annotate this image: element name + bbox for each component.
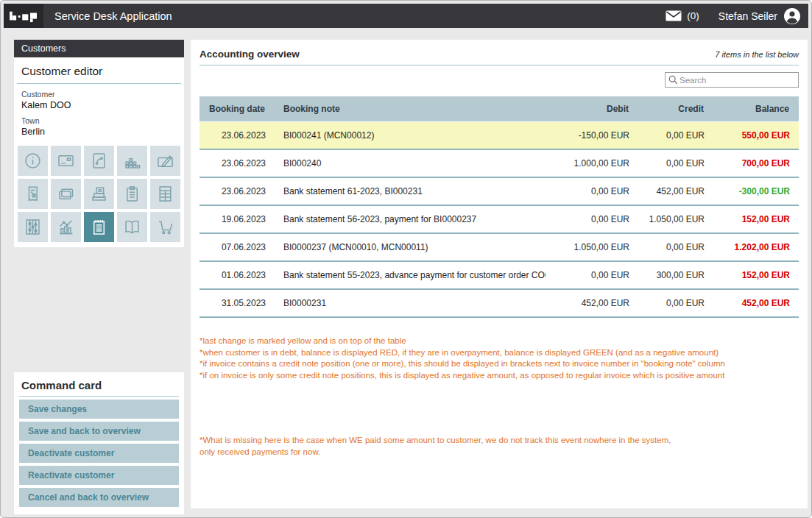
cell-booking-note: Bank statement 55-2023, advance payment … bbox=[275, 270, 546, 280]
tile-abacus-icon[interactable] bbox=[18, 212, 48, 242]
cell-balance: 700,00 EUR bbox=[713, 158, 799, 168]
table-row[interactable]: 23.06.2023BI0002401.000,00 EUR0,00 EUR70… bbox=[200, 150, 799, 178]
cell-balance: 152,00 EUR bbox=[713, 270, 799, 280]
credit-card-icon bbox=[56, 184, 76, 204]
command-button-reactivate-customer[interactable]: Reactivate customer bbox=[19, 466, 179, 485]
command-button-save-changes[interactable]: Save changes bbox=[19, 400, 179, 419]
tile-edit-note-icon[interactable] bbox=[150, 146, 180, 176]
statistics-icon bbox=[56, 217, 76, 237]
table-row[interactable]: 23.06.2023BI000241 (MCN00012)-150,00 EUR… bbox=[200, 122, 799, 150]
cell-booking-date: 31.05.2023 bbox=[200, 298, 275, 308]
items-count-note: 7 items in the list below bbox=[715, 50, 799, 59]
command-button-save-and-back-to-overview[interactable]: Save and back to overview bbox=[19, 422, 179, 441]
sidebar-item-customers[interactable]: Customers bbox=[14, 40, 184, 57]
phone-book-icon bbox=[89, 151, 109, 171]
edit-note-icon bbox=[155, 151, 175, 171]
command-card: Command card Save changesSave and back t… bbox=[14, 372, 184, 514]
cell-credit: 0,00 EUR bbox=[638, 130, 713, 141]
mail-button[interactable]: (0) bbox=[666, 10, 699, 21]
command-card-title: Command card bbox=[19, 378, 179, 397]
tile-cart-icon[interactable] bbox=[150, 212, 180, 242]
app-logo bbox=[4, 4, 43, 28]
app-window: Service Desk Application (0) Stefan Seil… bbox=[0, 0, 812, 518]
cell-debit: 452,00 EUR bbox=[546, 298, 638, 308]
cell-booking-date: 23.06.2023 bbox=[200, 186, 275, 196]
command-card-buttons: Save changesSave and back to overviewDea… bbox=[19, 400, 179, 507]
cell-booking-note: Bank statement 61-2023, BI000231 bbox=[275, 186, 546, 196]
tile-invoice-icon[interactable] bbox=[18, 179, 48, 209]
bar-chart-icon bbox=[122, 151, 142, 171]
column-header-credit[interactable]: Credit bbox=[638, 104, 713, 114]
customer-field: Customer Kalem DOO bbox=[21, 90, 177, 110]
search-icon bbox=[668, 75, 678, 85]
user-avatar-icon bbox=[783, 7, 801, 25]
column-header-balance[interactable]: Balance bbox=[713, 104, 799, 114]
customer-editor-title: Customer editor bbox=[17, 63, 181, 84]
cell-booking-note: BI000240 bbox=[275, 158, 546, 168]
cell-booking-note: BI0000237 (MCN00010, MCN00011) bbox=[275, 242, 546, 252]
clipboard-icon bbox=[122, 184, 142, 204]
cell-debit: 1.050,00 EUR bbox=[546, 242, 638, 252]
tile-statistics-icon[interactable] bbox=[51, 212, 81, 242]
book-icon bbox=[122, 217, 142, 237]
module-icon-grid bbox=[14, 137, 184, 242]
cell-booking-date: 07.06.2023 bbox=[200, 242, 275, 252]
cell-credit: 1.050,00 EUR bbox=[638, 214, 713, 224]
cell-credit: 0,00 EUR bbox=[638, 242, 713, 252]
document-table-icon bbox=[155, 184, 175, 204]
user-name: Stefan Seiler bbox=[719, 10, 777, 22]
tile-credit-card-icon[interactable] bbox=[51, 179, 81, 209]
cell-booking-date: 23.06.2023 bbox=[200, 130, 275, 141]
table-notes: *last change is marked yellow and is on … bbox=[200, 336, 799, 381]
command-button-deactivate-customer[interactable]: Deactivate customer bbox=[19, 444, 179, 463]
tile-book-icon[interactable] bbox=[117, 212, 147, 242]
note-line: *last change is marked yellow and is on … bbox=[200, 336, 799, 347]
note-line: *when customer is in debt, balance is di… bbox=[200, 347, 799, 359]
column-header-debit[interactable]: Debit bbox=[546, 104, 638, 114]
column-header-booking-date[interactable]: Booking date bbox=[200, 104, 275, 114]
cell-debit: -150,00 EUR bbox=[546, 130, 638, 141]
cell-debit: 0,00 EUR bbox=[546, 186, 638, 196]
invoice-icon bbox=[23, 184, 43, 204]
cell-balance: 1.202,00 EUR bbox=[713, 242, 799, 252]
cell-debit: 1.000,00 EUR bbox=[546, 158, 638, 168]
cell-credit: 300,00 EUR bbox=[638, 270, 713, 280]
notepad-icon bbox=[89, 217, 109, 237]
cart-icon bbox=[155, 217, 175, 237]
print-icon bbox=[89, 184, 109, 204]
tile-mail-icon[interactable] bbox=[51, 146, 81, 176]
mail-icon bbox=[666, 10, 682, 21]
search-input[interactable] bbox=[678, 73, 798, 87]
command-button-cancel-and-back-to-overview[interactable]: Cancel and back to overview bbox=[19, 488, 179, 507]
cell-booking-note: Bank statement 56-2023, payment for BI00… bbox=[275, 214, 546, 224]
table-row[interactable]: 07.06.2023BI0000237 (MCN00010, MCN00011)… bbox=[200, 234, 799, 262]
logo-icon bbox=[8, 10, 39, 23]
tile-phone-book-icon[interactable] bbox=[84, 146, 114, 176]
cell-booking-date: 19.06.2023 bbox=[200, 214, 275, 224]
cell-debit: 0,00 EUR bbox=[546, 270, 638, 280]
column-header-booking-note[interactable]: Booking note bbox=[275, 104, 546, 114]
tile-bar-chart-icon[interactable] bbox=[117, 146, 147, 176]
header-right: (0) Stefan Seiler bbox=[666, 7, 808, 25]
tile-print-icon[interactable] bbox=[84, 179, 114, 209]
customer-field-value: Kalem DOO bbox=[21, 100, 177, 110]
tile-info-icon[interactable] bbox=[18, 146, 48, 176]
tile-clipboard-icon[interactable] bbox=[117, 179, 147, 209]
tile-document-table-icon[interactable] bbox=[150, 179, 180, 209]
user-menu[interactable]: Stefan Seiler bbox=[719, 7, 801, 25]
search-box bbox=[665, 72, 799, 88]
table-row[interactable]: 01.06.2023Bank statement 55-2023, advanc… bbox=[200, 262, 799, 290]
tile-notepad-icon[interactable] bbox=[84, 212, 114, 242]
cell-booking-note: BI0000231 bbox=[275, 298, 546, 308]
note-line: *if invoice contains a credit note posit… bbox=[200, 358, 799, 370]
mail-count: (0) bbox=[687, 10, 699, 21]
table-row[interactable]: 19.06.2023Bank statement 56-2023, paymen… bbox=[200, 206, 799, 234]
table-row[interactable]: 31.05.2023BI0000231452,00 EUR0,00 EUR452… bbox=[200, 290, 799, 318]
customer-field-label: Customer bbox=[21, 90, 177, 99]
search-row bbox=[200, 72, 799, 88]
sidebar: Customers Customer editor Customer Kalem… bbox=[14, 40, 184, 247]
note-line: *What is missing here is the case when W… bbox=[200, 435, 799, 447]
cell-booking-note: BI000241 (MCN00012) bbox=[275, 130, 546, 141]
table-body: 23.06.2023BI000241 (MCN00012)-150,00 EUR… bbox=[200, 122, 799, 318]
table-row[interactable]: 23.06.2023Bank statement 61-2023, BI0002… bbox=[200, 178, 799, 206]
